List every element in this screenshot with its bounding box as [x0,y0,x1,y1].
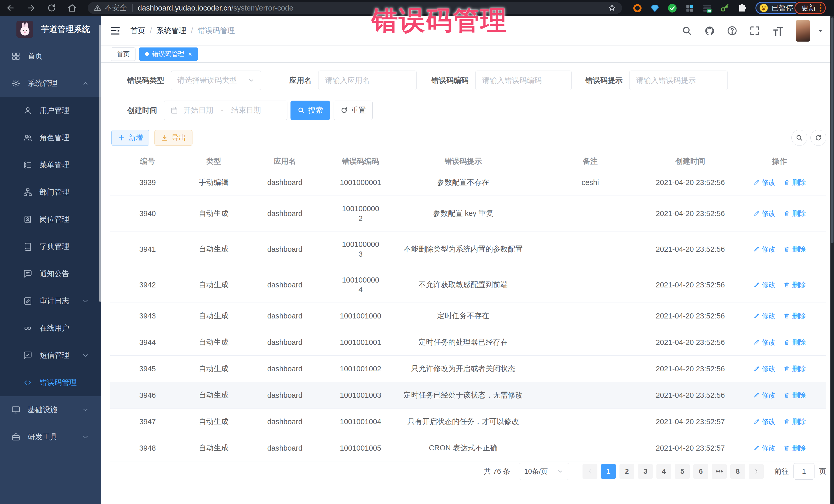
hamburger-icon[interactable] [109,25,121,37]
sidebar-item-菜单管理[interactable]: 菜单管理 [0,151,101,179]
delete-link[interactable]: 删除 [784,443,806,453]
delete-link[interactable]: 删除 [784,311,806,321]
bookmark-star-icon[interactable] [608,4,616,12]
table-row[interactable]: 3948自动生成dashboard1001001005CRON 表达式不正确20… [110,435,826,461]
page-button-•••[interactable]: ••• [712,464,727,479]
extension-key-icon[interactable] [719,3,730,14]
error-hint-input[interactable] [629,70,728,90]
extension-puzzle-icon[interactable] [737,3,748,14]
delete-link[interactable]: 删除 [784,209,806,218]
delete-link[interactable]: 删除 [784,245,806,254]
user-avatar[interactable] [796,20,810,42]
fullscreen-icon[interactable] [749,25,760,36]
table-row[interactable]: 3942自动生成dashboard100100000 4不允许获取敏感配置到前端… [110,267,826,303]
sidebar-scrollbar[interactable] [99,25,101,302]
prev-page-button[interactable] [583,464,597,479]
help-icon[interactable] [727,25,738,36]
table-row[interactable]: 3946自动生成dashboard1001001003定时任务已经处于该状态，无… [110,382,826,409]
page-button-2[interactable]: 2 [619,464,634,479]
table-row[interactable]: 3947自动生成dashboard1001001004只有开启状态的任务，才可以… [110,409,826,435]
goto-page-input[interactable] [793,463,814,480]
reload-icon[interactable] [47,3,57,13]
table-row[interactable]: 3945自动生成dashboard1001001002只允许修改为开启或者关闭状… [110,356,826,382]
delete-link[interactable]: 删除 [784,417,806,426]
sidebar-item-岗位管理[interactable]: 岗位管理 [0,206,101,233]
edit-link[interactable]: 修改 [753,280,776,289]
table-row[interactable]: 3943自动生成dashboard1001001000定时任务不存在2021-0… [110,303,826,329]
sidebar-item-部门管理[interactable]: 部门管理 [0,179,101,206]
page-button-8[interactable]: 8 [730,464,745,479]
table-search-toggle-button[interactable] [791,130,807,146]
delete-link[interactable]: 删除 [784,364,806,373]
error-type-select[interactable]: 请选择错误码类型 [171,70,261,90]
page-scrollbar-thumb[interactable] [831,18,833,243]
extension-check-icon[interactable] [667,3,678,14]
github-icon[interactable] [704,25,715,36]
sidebar-item-审计日志[interactable]: 审计日志 [0,287,101,314]
sidebar-item-研发工具[interactable]: 研发工具 [0,423,101,451]
app-logo[interactable]: 芋道管理系统 [0,16,101,43]
error-code-input[interactable] [475,70,572,90]
delete-link[interactable]: 删除 [784,280,806,289]
table-refresh-button[interactable] [810,130,826,146]
sidebar-item-首页[interactable]: 首页 [0,43,101,70]
sidebar-item-系统管理[interactable]: 系统管理 [0,70,101,97]
sidebar-item-角色管理[interactable]: 角色管理 [0,124,101,151]
delete-link[interactable]: 删除 [784,391,806,400]
next-page-button[interactable] [749,464,764,479]
table-row[interactable]: 3939手动编辑dashboard1001000001参数配置不存在ceshi2… [110,169,826,196]
breadcrumb-item[interactable]: 错误码管理 [198,26,235,36]
home-icon[interactable] [67,3,77,13]
add-button[interactable]: 新增 [111,130,149,146]
sidebar-item-字典管理[interactable]: 字典管理 [0,233,101,260]
edit-link[interactable]: 修改 [753,311,776,321]
reset-button[interactable]: 重置 [334,101,373,120]
delete-link[interactable]: 删除 [784,178,806,187]
edit-link[interactable]: 修改 [753,364,776,373]
tag-错误码管理[interactable]: 错误码管理× [139,47,198,61]
page-button-1[interactable]: 1 [601,464,616,479]
search-button[interactable]: 搜索 [290,101,330,120]
edit-link[interactable]: 修改 [753,338,776,347]
sidebar-item-短信管理[interactable]: 短信管理 [0,342,101,369]
app-name-input[interactable] [318,70,417,90]
tag-首页[interactable]: 首页 [111,47,135,61]
extension-grid-icon[interactable] [684,3,696,14]
page-size-select[interactable]: 10条/页 [519,463,569,480]
search-icon[interactable] [682,25,692,36]
extension-list-on-icon[interactable]: on [702,3,713,14]
table-row[interactable]: 3940自动生成dashboard100100000 2参数配置 key 重复2… [110,196,826,232]
page-button-6[interactable]: 6 [694,464,708,479]
extension-gem-icon[interactable] [649,3,660,14]
edit-link[interactable]: 修改 [753,443,776,453]
sidebar-item-在线用户[interactable]: 在线用户 [0,314,101,342]
breadcrumb-item[interactable]: 首页 [130,26,145,36]
page-button-4[interactable]: 4 [656,464,671,479]
caret-down-icon[interactable] [817,27,824,34]
table-row[interactable]: 3944自动生成dashboard1001001001定时任务的处理器已经存在2… [110,329,826,356]
breadcrumb-item[interactable]: 系统管理 [156,26,186,36]
close-icon[interactable]: × [188,51,192,58]
font-size-icon[interactable] [772,25,784,36]
export-button[interactable]: 导出 [154,130,193,146]
edit-link[interactable]: 修改 [753,391,776,400]
date-range-picker[interactable]: 开始日期 - 结束日期 [164,101,287,120]
extension-target-icon[interactable] [632,3,643,14]
page-button-3[interactable]: 3 [638,464,653,479]
sidebar-item-基础设施[interactable]: 基础设施 [0,396,101,423]
edit-link[interactable]: 修改 [753,209,776,218]
delete-link[interactable]: 删除 [784,338,806,347]
sidebar-item-通知公告[interactable]: 通知公告 [0,260,101,287]
table-row[interactable]: 3941自动生成dashboard100100000 3不能删除类型为系统内置的… [110,232,826,267]
kebab-menu-icon[interactable] [820,4,821,12]
sidebar-item-错误码管理[interactable]: 错误码管理 [0,369,101,396]
edit-link[interactable]: 修改 [753,245,776,254]
edit-link[interactable]: 修改 [753,178,776,187]
page-button-5[interactable]: 5 [675,464,690,479]
back-icon[interactable] [6,3,15,13]
sidebar-item-用户管理[interactable]: 用户管理 [0,97,101,124]
page-scrollbar[interactable] [830,16,834,504]
address-bar[interactable]: 不安全 dashboard.yudao.iocoder.cn/system/er… [88,2,622,14]
edit-link[interactable]: 修改 [753,417,776,426]
browser-update-button[interactable]: 更新 [794,2,826,14]
